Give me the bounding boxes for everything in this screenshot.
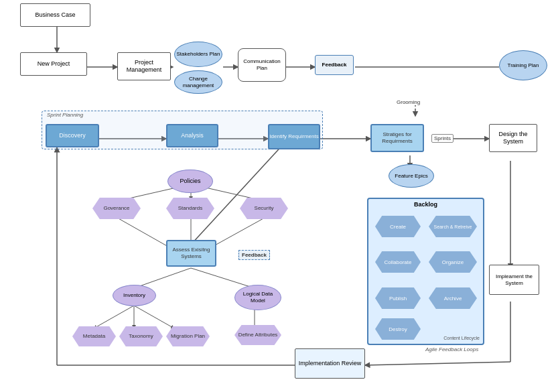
design-system-label: Design the System — [490, 131, 537, 145]
implementation-review-label: Implementation Review — [299, 360, 362, 367]
change-management-label: Change management — [175, 76, 222, 88]
define-attributes-label: Define Attributes — [238, 332, 278, 338]
create-hex: Create — [375, 216, 421, 237]
stakeholders-plan-node: Stakeholders Plan — [174, 42, 222, 67]
grooming-label: Grooming — [395, 99, 421, 105]
backlog-box: Backlog Create Search & Retreive Collabo… — [367, 198, 484, 345]
implement-system-node: Impleament the System — [489, 265, 539, 295]
identify-requirements-label: Identify Requirments — [269, 133, 318, 140]
security-label: Security — [255, 205, 274, 212]
collaborate-hex: Collaborate — [375, 251, 421, 273]
new-project-node: New Project — [20, 52, 87, 76]
project-management-label: Project Management — [118, 59, 170, 74]
assess-systems-label: Assess Exisitng Systems — [167, 247, 215, 259]
logical-data-model-label: Logical Data Model — [235, 291, 281, 304]
policies-label: Policies — [180, 178, 200, 185]
analysis-label: Analysis — [181, 132, 204, 139]
change-management-node: Change management — [174, 70, 222, 94]
content-lifecycle-label: Content Lifecycle — [443, 336, 480, 340]
agile-feedback-label: Agile Feedback Loops — [425, 346, 478, 352]
svg-line-17 — [117, 218, 173, 249]
svg-line-22 — [94, 306, 134, 328]
define-attributes-node: Define Attributes — [234, 325, 281, 345]
taxonomy-label: Taxonomy — [129, 333, 153, 340]
svg-line-28 — [365, 362, 510, 365]
feature-epics-label: Feature Epics — [395, 173, 427, 180]
organize-hex: Organize — [429, 251, 477, 273]
analysis-node: Analysis — [166, 124, 218, 147]
standards-label: Standards — [178, 205, 202, 212]
policies-node: Policies — [167, 170, 213, 193]
business-case-label: Business Case — [35, 11, 75, 19]
sprints-label: Sprints — [431, 134, 454, 143]
svg-line-25 — [191, 268, 255, 288]
business-case-node: Business Case — [20, 3, 90, 27]
svg-line-24 — [134, 306, 174, 328]
inventory-label: Inventory — [123, 292, 145, 299]
communication-plan-label: Communication Plan — [238, 58, 285, 71]
publish-hex: Publish — [375, 287, 421, 309]
project-management-node: Project Management — [117, 52, 171, 80]
migration-plan-label: Migration Plan — [171, 333, 205, 340]
stakeholders-plan-label: Stakeholders Plan — [177, 51, 220, 58]
discovery-node: Discovery — [46, 124, 99, 147]
metadata-label: Metadata — [83, 333, 105, 340]
security-node: Security — [240, 198, 288, 219]
training-plan-label: Training Plan — [508, 62, 539, 69]
implement-system-label: Impleament the System — [490, 273, 539, 286]
design-system-node: Design the System — [489, 124, 537, 152]
sprint-planning-label: Sprint Planning — [47, 112, 83, 118]
feature-epics-node: Feature Epics — [389, 164, 434, 188]
communication-plan-node: Communication Plan — [238, 48, 286, 82]
discovery-label: Discovery — [59, 132, 86, 139]
governance-node: Goverance — [92, 198, 141, 219]
implementation-review-node: Implementation Review — [295, 348, 365, 379]
feedback-top-label: Feedback — [322, 62, 347, 68]
inventory-node: Inventory — [113, 285, 156, 306]
diagram: Business Case New Project Project Manage… — [0, 0, 556, 392]
assess-systems-node: Assess Exisitng Systems — [166, 240, 216, 267]
archive-hex: Archive — [429, 287, 477, 309]
taxonomy-node: Taxonomy — [119, 326, 163, 346]
metadata-node: Metadata — [72, 326, 116, 346]
destroy-hex: Destroy — [375, 318, 421, 340]
strategies-label: Stratiges for Requirments — [372, 131, 423, 144]
search-retrieve-hex: Search & Retreive — [429, 216, 477, 237]
strategies-node: Stratiges for Requirments — [370, 124, 424, 152]
governance-label: Goverance — [103, 205, 129, 212]
backlog-title: Backlog — [368, 199, 483, 210]
feedback-mid-label: Feedback — [238, 250, 270, 260]
training-plan-node: Training Plan — [499, 50, 547, 80]
new-project-label: New Project — [38, 60, 70, 68]
standards-node: Standards — [166, 198, 214, 219]
logical-data-model-node: Logical Data Model — [234, 285, 281, 310]
feedback-top-node: Feedback — [315, 55, 354, 75]
identify-requirements-node: Identify Requirments — [268, 124, 320, 149]
migration-plan-node: Migration Plan — [166, 326, 210, 346]
